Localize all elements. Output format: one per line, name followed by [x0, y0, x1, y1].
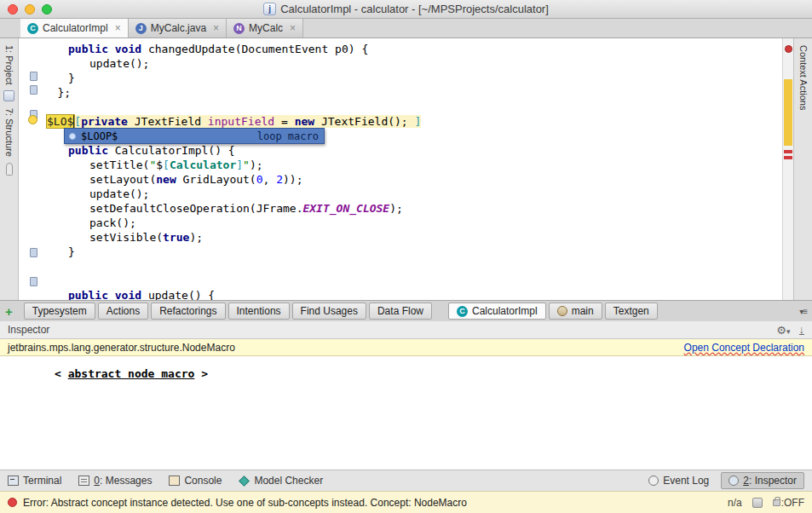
toolbar-button-console[interactable]: Console	[169, 475, 222, 487]
warning-stripe[interactable]	[784, 79, 792, 146]
zoom-window-button[interactable]	[42, 4, 52, 14]
code-line[interactable]: setLayout(new GridLayout(0, 2));	[19, 172, 782, 187]
toolbar-button-label: 2: Inspector	[743, 475, 797, 487]
code-token: );	[189, 231, 203, 244]
scroll-to-bottom-icon[interactable]: ↓	[799, 325, 805, 335]
code-token: public void	[68, 289, 148, 300]
gutter-marker-icon[interactable]	[30, 72, 37, 81]
toolbar-button-label: 0: Messages	[94, 475, 152, 487]
toolwindow-button-context-actions[interactable]: Context Actions	[798, 45, 809, 110]
toolbar-button-0-messages[interactable]: 0: Messages	[78, 475, 152, 487]
globe-icon	[557, 306, 567, 316]
bottom-tab-label: Textgen	[613, 305, 649, 317]
bottom-tab-typesystem[interactable]: Typesystem	[24, 303, 95, 320]
code-line[interactable]: }	[19, 71, 782, 85]
lock-icon[interactable]	[773, 499, 780, 506]
editor-tab-mycalc[interactable]: NMyCalc×	[227, 19, 303, 37]
bottom-tab-label: Data Flow	[377, 305, 423, 317]
toolbar-button-label: Terminal	[23, 475, 61, 487]
bottom-tab-textgen[interactable]: Textgen	[605, 303, 658, 320]
right-tool-strip: Context Actions	[793, 38, 812, 300]
structure-tool-icon[interactable]	[3, 90, 14, 101]
console-icon	[169, 476, 180, 486]
toolwindow-button-structure[interactable]: 7: Structure	[4, 108, 14, 157]
code-token: new	[156, 173, 182, 186]
hidden-tabs-icon[interactable]: ▾≡	[799, 307, 807, 316]
code-line[interactable]: setTitle("$[Calculator]");	[19, 158, 782, 172]
code-line[interactable]: update();	[19, 187, 782, 201]
code-line[interactable]: setDefaultCloseOperation(JFrame.EXIT_ON_…	[19, 201, 782, 216]
code-token: ]	[236, 159, 243, 171]
paperclip-icon[interactable]	[6, 163, 13, 176]
bottom-tab-label: Find Usages	[301, 305, 358, 317]
code-line[interactable]: setVisible(true);	[19, 230, 782, 245]
error-stripe[interactable]	[784, 156, 792, 159]
code-token: JTextField	[135, 115, 208, 128]
bottom-tab-main[interactable]: main	[549, 303, 602, 320]
toolbar-button-label: Console	[184, 475, 222, 487]
code-token: $	[156, 159, 163, 171]
code-editor[interactable]: public void changedUpdate(DocumentEvent …	[19, 38, 782, 300]
statusbar: Error: Abstract concept instance detecte…	[0, 491, 812, 513]
code-token: setVisible(	[89, 231, 163, 244]
bottom-tab-actions[interactable]: Actions	[98, 303, 148, 320]
toolbar-button-terminal[interactable]: Terminal	[8, 475, 61, 487]
gutter-marker-icon[interactable]	[30, 248, 37, 257]
completion-item-label[interactable]: $LOOP$	[81, 130, 118, 142]
bottom-tab-calculatorimpl[interactable]: CCalculatorImpl	[448, 303, 546, 320]
gear-icon[interactable]: ⚙▾	[776, 324, 790, 337]
gutter-marker-icon[interactable]	[30, 85, 37, 95]
abstract-node-text[interactable]: abstract node macro	[68, 367, 195, 380]
code-line[interactable]: public void changedUpdate(DocumentEvent …	[19, 42, 782, 56]
inspector-content[interactable]: < abstract node macro >	[0, 356, 812, 470]
toolbar-button-2-inspector[interactable]: 2: Inspector	[721, 472, 804, 489]
code-line[interactable]: update();	[19, 56, 782, 71]
code-token: ]	[415, 115, 422, 128]
code-line[interactable]: $LO$[private JTextField inputField = new…	[19, 114, 782, 129]
code-line[interactable]: }	[19, 245, 782, 259]
code-token: EXIT_ON_CLOSE	[302, 202, 389, 215]
error-stripe[interactable]	[784, 150, 792, 153]
editor-tab-calculatorimpl[interactable]: CCalculatorImpl×	[20, 19, 129, 37]
code-line[interactable]: };	[19, 85, 782, 100]
code-token: public	[68, 144, 115, 157]
code-token: 2	[276, 173, 283, 186]
toolbar-button-model-checker[interactable]: Model Checker	[239, 475, 323, 487]
bottom-tab-intentions[interactable]: Intentions	[228, 303, 290, 320]
bottom-tab-find-usages[interactable]: Find Usages	[292, 303, 366, 320]
completion-item-hint: loop macro	[257, 130, 319, 142]
code-line[interactable]	[19, 259, 782, 274]
code-line[interactable]	[19, 274, 782, 288]
open-concept-declaration-link[interactable]: Open Concept Declaration	[684, 342, 804, 354]
toolwindow-button-project[interactable]: 1: Project	[4, 45, 14, 84]
bottom-tab-data-flow[interactable]: Data Flow	[369, 303, 432, 320]
bottom-tab-refactorings[interactable]: Refactorings	[151, 303, 225, 320]
code-token: changedUpdate(DocumentEvent p0) {	[148, 43, 368, 55]
add-aspect-button[interactable]: +	[5, 304, 13, 319]
close-icon[interactable]: ×	[213, 22, 219, 34]
highlighting-level-icon[interactable]	[752, 498, 763, 508]
editor-group-tabs: CCalculatorImplmainTextgen	[448, 303, 658, 320]
caret-position[interactable]: n/a	[728, 497, 742, 509]
inspector-title: Inspector	[8, 324, 49, 336]
intention-bulb-icon[interactable]	[28, 115, 37, 124]
code-line[interactable]: public CalculatorImpl() {	[19, 143, 782, 158]
minimize-window-button[interactable]	[25, 4, 35, 14]
gutter-marker-icon[interactable]	[30, 277, 37, 286]
code-token: [	[74, 115, 81, 128]
close-icon[interactable]: ×	[290, 22, 296, 34]
code-token: GridLayout(	[183, 173, 256, 186]
toolbar-button-label: Event Log	[663, 475, 709, 487]
close-window-button[interactable]	[8, 4, 18, 14]
editor-tab-mycalc-java[interactable]: JMyCalc.java×	[129, 19, 227, 37]
scrollbar[interactable]	[782, 38, 793, 300]
concept-fqname: jetbrains.mps.lang.generator.structure.N…	[8, 342, 235, 354]
code-line[interactable]: public void update() {	[19, 288, 782, 300]
close-icon[interactable]: ×	[115, 22, 121, 34]
code-line[interactable]	[19, 100, 782, 114]
error-indicator-icon[interactable]	[785, 45, 792, 53]
app-icon: j	[263, 3, 276, 15]
toolbar-button-event-log[interactable]: Event Log	[648, 475, 709, 487]
code-line[interactable]: pack();	[19, 216, 782, 230]
completion-popup[interactable]: $LOOP$ loop macro	[64, 128, 325, 144]
